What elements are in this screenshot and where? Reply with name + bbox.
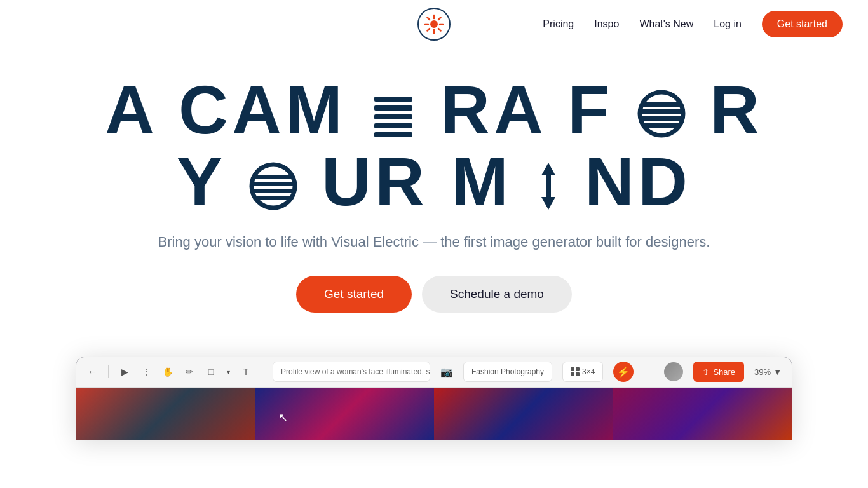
svg-line-6 — [438, 29, 441, 31]
cursor-icon: ↖ — [278, 410, 286, 418]
hero-subtitle: Bring your vision to life with Visual El… — [13, 231, 855, 253]
zoom-control[interactable]: 39% ▼ — [754, 367, 782, 377]
svg-rect-19 — [640, 123, 683, 128]
share-label: Share — [713, 367, 735, 377]
grid-size-badge[interactable]: 3×4 — [562, 362, 603, 382]
svg-rect-22 — [252, 175, 295, 179]
lightning-icon: ⚡ — [617, 366, 630, 378]
shape-dropdown[interactable]: ▾ — [227, 369, 230, 376]
zoom-label: 39% — [754, 367, 771, 377]
svg-rect-29 — [571, 367, 574, 371]
svg-rect-10 — [374, 105, 412, 111]
prompt-input[interactable]: Profile view of a woman's face illuminat… — [273, 362, 430, 382]
svg-line-7 — [438, 18, 441, 20]
zoom-chevron-icon: ▼ — [773, 367, 782, 377]
style-badge[interactable]: Fashion Photography — [463, 362, 552, 382]
hero-title: A CAM RA F — [13, 74, 855, 218]
nav-whats-new[interactable]: What's New — [639, 18, 693, 30]
toolbar-divider-2 — [262, 365, 262, 378]
canvas-image-1 — [76, 388, 255, 440]
nav-pricing[interactable]: Pricing — [543, 18, 574, 30]
hero-title-line2: Y UR M — [13, 146, 855, 217]
svg-rect-30 — [576, 367, 580, 371]
app-preview: ← ▶ ⋮ ✋ ✏ □ ▾ T Profile view of a woman'… — [76, 357, 792, 440]
svg-rect-23 — [252, 182, 295, 186]
logo-circle — [417, 8, 451, 41]
svg-line-8 — [428, 29, 430, 31]
nav-login[interactable]: Log in — [714, 18, 742, 30]
svg-rect-11 — [374, 114, 412, 119]
share-button[interactable]: ⇧ Share — [693, 362, 744, 382]
svg-rect-12 — [374, 123, 412, 128]
svg-line-5 — [428, 18, 430, 20]
nav-get-started-button[interactable]: Get started — [762, 11, 843, 37]
svg-point-0 — [430, 20, 438, 28]
canvas-image-4 — [613, 388, 792, 440]
grid-size-icon — [571, 367, 580, 376]
canvas-image-2: ↖ — [255, 388, 435, 440]
share-icon: ⇧ — [702, 367, 709, 377]
special-o2-icon — [248, 146, 299, 217]
camera-icon[interactable]: 📷 — [440, 366, 453, 378]
svg-rect-24 — [252, 189, 295, 193]
nav-inspo[interactable]: Inspo — [594, 18, 619, 30]
user-avatar[interactable] — [664, 362, 683, 381]
logo[interactable] — [417, 8, 451, 41]
svg-rect-17 — [640, 109, 683, 114]
special-e-icon — [369, 74, 417, 146]
svg-marker-28 — [541, 197, 555, 210]
hero-get-started-button[interactable]: Get started — [296, 276, 412, 313]
svg-rect-13 — [374, 132, 412, 137]
svg-rect-25 — [252, 196, 295, 200]
hero-section: A CAM RA F — [0, 48, 868, 357]
hero-title-line1: A CAM RA F — [13, 74, 855, 146]
nav-links: Pricing Inspo What's New Log in Get star… — [543, 11, 843, 37]
special-o-icon — [636, 74, 687, 146]
special-i-icon — [535, 146, 562, 217]
svg-rect-16 — [640, 102, 683, 107]
svg-rect-31 — [571, 372, 574, 376]
hero-schedule-demo-button[interactable]: Schedule a demo — [422, 276, 572, 313]
svg-rect-9 — [374, 97, 412, 102]
app-toolbar: ← ▶ ⋮ ✋ ✏ □ ▾ T Profile view of a woman'… — [76, 357, 792, 388]
svg-rect-27 — [546, 173, 551, 198]
grid-size-label: 3×4 — [582, 367, 595, 376]
toolbar-divider-1 — [108, 365, 109, 378]
svg-rect-32 — [576, 372, 580, 376]
hero-buttons: Get started Schedule a demo — [13, 276, 855, 313]
pencil-icon[interactable]: ✏ — [184, 366, 195, 377]
prompt-text: Profile view of a woman's face illuminat… — [281, 367, 430, 376]
shape-icon[interactable]: □ — [205, 366, 217, 377]
navbar: Pricing Inspo What's New Log in Get star… — [0, 0, 868, 48]
svg-rect-18 — [640, 116, 683, 121]
back-arrow-icon[interactable]: ← — [86, 366, 98, 377]
text-icon[interactable]: T — [240, 366, 252, 377]
select-icon[interactable]: ▶ — [119, 366, 130, 377]
style-badge-label: Fashion Photography — [471, 367, 544, 376]
app-canvas: ↖ — [76, 388, 792, 440]
canvas-image-3 — [434, 388, 613, 440]
grid-icon[interactable]: ⋮ — [140, 366, 152, 377]
hand-icon[interactable]: ✋ — [162, 366, 173, 377]
generate-button[interactable]: ⚡ — [613, 362, 634, 382]
